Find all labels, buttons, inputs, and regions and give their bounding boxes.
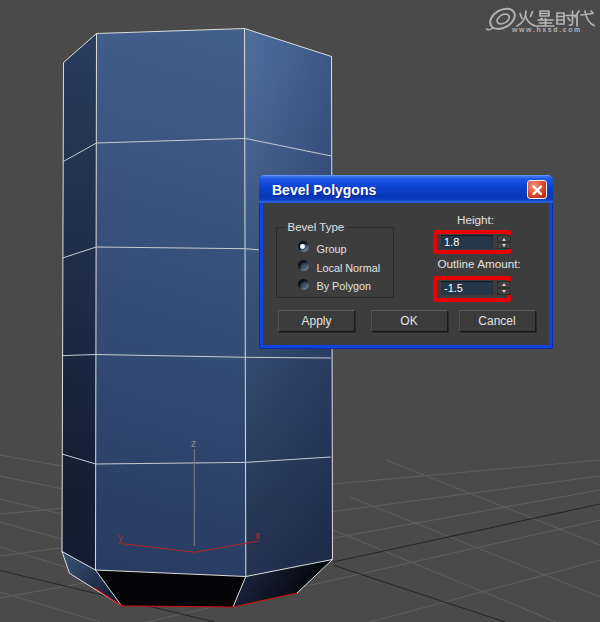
svg-text:x: x	[255, 530, 260, 541]
svg-text:y: y	[118, 532, 123, 543]
svg-text:z: z	[191, 438, 196, 449]
